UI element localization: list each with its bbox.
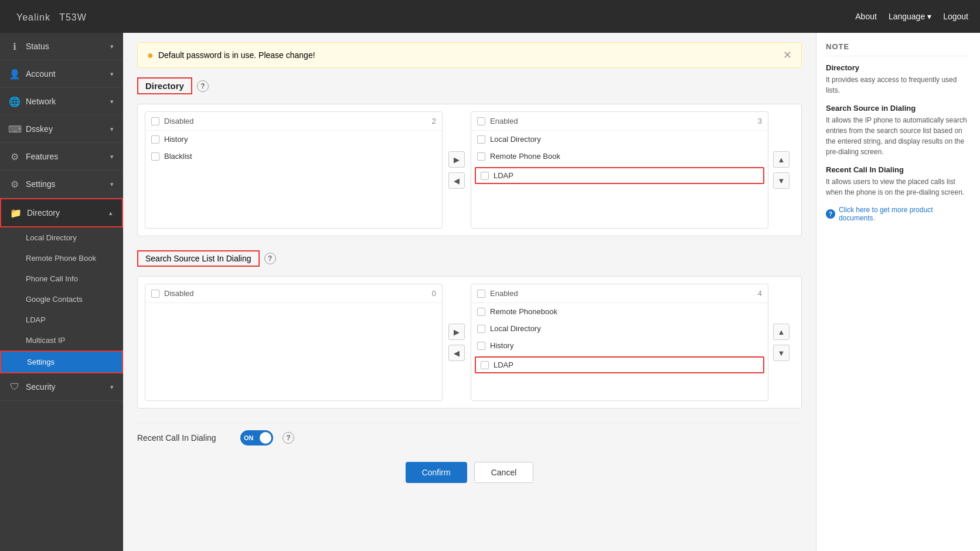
search-enabled-select-all[interactable] xyxy=(477,290,485,298)
sidebar-item-security[interactable]: 🛡 Security ▾ xyxy=(0,373,123,401)
alert-message: Default password is in use. Please chang… xyxy=(158,50,315,60)
ldap-dir-checkbox[interactable] xyxy=(481,172,489,180)
sidebar-item-features[interactable]: ⚙ Features ▾ xyxy=(0,143,123,171)
logout-link[interactable]: Logout xyxy=(943,12,968,21)
settings-icon: ⚙ xyxy=(9,179,20,189)
sidebar-subitem-phone-call-info[interactable]: Phone Call Info xyxy=(0,268,123,289)
search-ldap-label: LDAP xyxy=(494,360,513,369)
directory-title-text: Directory xyxy=(145,81,184,91)
chevron-icon: ▾ xyxy=(110,70,114,78)
sidebar-subitem-settings[interactable]: Settings xyxy=(0,351,123,373)
search-local-dir-label: Local Directory xyxy=(490,324,541,333)
search-ldap-checkbox[interactable] xyxy=(481,361,489,369)
search-source-help-icon[interactable]: ? xyxy=(264,253,276,264)
search-enabled-header: Enabled 4 xyxy=(471,284,768,303)
history-checkbox[interactable] xyxy=(151,135,159,144)
sidebar-subitem-multicast-ip[interactable]: Multicast IP xyxy=(0,330,123,351)
directory-reorder-buttons: ▲ ▼ xyxy=(768,151,794,189)
directory-enabled-item-local-directory: Local Directory xyxy=(471,131,768,148)
logo: Yealink T53W xyxy=(12,9,87,24)
note-link[interactable]: ? Click here to get more product documen… xyxy=(826,206,971,222)
note-link-icon: ? xyxy=(826,209,835,219)
directory-disabled-select-all[interactable] xyxy=(151,117,159,125)
sidebar-label-dsskey: Dsskey xyxy=(26,124,53,134)
local-dir-checkbox[interactable] xyxy=(477,135,485,144)
sidebar-label-security: Security xyxy=(26,382,56,392)
network-icon: 🌐 xyxy=(9,96,20,107)
remote-pb-label: Remote Phone Book xyxy=(490,152,560,161)
recent-call-label: Recent Call In Dialing xyxy=(137,433,231,443)
sidebar-item-account[interactable]: 👤 Account ▾ xyxy=(0,60,123,88)
recent-call-row: Recent Call In Dialing ON ? xyxy=(137,423,802,453)
search-history-label: History xyxy=(490,341,513,350)
directory-disabled-list: Disabled 2 History Blacklist xyxy=(145,111,443,229)
sidebar-item-network[interactable]: 🌐 Network ▾ xyxy=(0,88,123,115)
recent-call-toggle[interactable]: ON xyxy=(240,430,273,445)
search-transfer-right-button[interactable]: ▶ xyxy=(448,324,465,340)
sidebar-item-status[interactable]: ℹ Status ▾ xyxy=(0,33,123,60)
search-history-checkbox[interactable] xyxy=(477,342,485,350)
directory-enabled-list: Enabled 3 Local Directory Remote Phone B… xyxy=(471,111,768,229)
language-link[interactable]: Language ▾ xyxy=(889,12,931,21)
security-icon: 🛡 xyxy=(9,382,20,392)
directory-icon: 📁 xyxy=(11,208,21,218)
dsskey-icon: ⌨ xyxy=(9,124,20,134)
sidebar-label-status: Status xyxy=(26,42,49,51)
remote-pb-checkbox[interactable] xyxy=(477,152,485,161)
directory-help-icon[interactable]: ? xyxy=(197,80,209,92)
sidebar-item-directory[interactable]: 📁 Directory ▴ xyxy=(0,198,123,227)
search-reorder-buttons: ▲ ▼ xyxy=(768,324,794,361)
directory-enabled-item-remote-phone-book: Remote Phone Book xyxy=(471,148,768,165)
search-disabled-list: Disabled 0 xyxy=(145,284,443,401)
account-icon: 👤 xyxy=(9,69,20,79)
search-local-dir-checkbox[interactable] xyxy=(477,325,485,333)
transfer-left-button[interactable]: ◀ xyxy=(448,172,465,189)
language-label: Language xyxy=(889,12,925,21)
search-transfer-buttons: ▶ ◀ xyxy=(443,324,471,361)
directory-disabled-header: Disabled 2 xyxy=(145,112,442,131)
cancel-button[interactable]: Cancel xyxy=(474,462,534,483)
sidebar-label-account: Account xyxy=(26,69,56,79)
recent-call-help-icon[interactable]: ? xyxy=(283,432,294,444)
model-text: T53W xyxy=(59,12,87,22)
search-transfer-left-button[interactable]: ◀ xyxy=(448,345,465,361)
sidebar-subitem-ldap[interactable]: LDAP xyxy=(0,309,123,330)
alert-banner: ● Default password is in use. Please cha… xyxy=(137,42,802,68)
enabled-label: Enabled xyxy=(490,117,518,125)
transfer-right-button[interactable]: ▶ xyxy=(448,151,465,168)
search-move-down-button[interactable]: ▼ xyxy=(773,345,790,361)
alert-close-button[interactable]: ✕ xyxy=(783,49,792,62)
sidebar-subitem-local-directory[interactable]: Local Directory xyxy=(0,227,123,248)
search-source-dual-list: Disabled 0 ▶ ◀ Enabled 4 xyxy=(137,276,802,409)
disabled-label: Disabled xyxy=(164,117,194,125)
confirm-button[interactable]: Confirm xyxy=(406,462,467,483)
search-enabled-label: Enabled xyxy=(490,289,518,298)
local-dir-label: Local Directory xyxy=(490,135,541,144)
chevron-icon: ▾ xyxy=(110,181,114,188)
note-section-directory-title: Directory xyxy=(826,63,971,72)
blacklist-checkbox[interactable] xyxy=(151,152,159,161)
sidebar-item-dsskey[interactable]: ⌨ Dsskey ▾ xyxy=(0,115,123,143)
search-move-up-button[interactable]: ▲ xyxy=(773,324,790,340)
directory-disabled-item-history: History xyxy=(145,131,442,148)
sidebar-subitem-google-contacts[interactable]: Google Contacts xyxy=(0,289,123,309)
action-buttons: Confirm Cancel xyxy=(137,453,802,488)
chevron-icon: ▾ xyxy=(110,153,114,161)
search-disabled-select-all[interactable] xyxy=(151,290,159,298)
sidebar: ℹ Status ▾ 👤 Account ▾ 🌐 Network ▾ ⌨ xyxy=(0,33,123,551)
chevron-icon: ▾ xyxy=(110,98,114,106)
directory-enabled-header: Enabled 3 xyxy=(471,112,768,131)
move-up-button[interactable]: ▲ xyxy=(773,151,790,168)
main-content: ● Default password is in use. Please cha… xyxy=(123,33,816,551)
about-link[interactable]: About xyxy=(855,12,877,21)
status-icon: ℹ xyxy=(9,41,20,52)
note-section-recent-text: It allows users to view the placed calls… xyxy=(826,176,971,198)
directory-enabled-select-all[interactable] xyxy=(477,117,485,125)
search-source-title-text: Search Source List In Dialing xyxy=(145,254,251,263)
sidebar-subitem-remote-phone-book[interactable]: Remote Phone Book xyxy=(0,248,123,268)
move-down-button[interactable]: ▼ xyxy=(773,172,790,189)
history-label: History xyxy=(164,135,188,144)
search-disabled-label: Disabled xyxy=(164,289,194,298)
sidebar-item-settings[interactable]: ⚙ Settings ▾ xyxy=(0,171,123,198)
search-remote-pb-checkbox[interactable] xyxy=(477,308,485,316)
